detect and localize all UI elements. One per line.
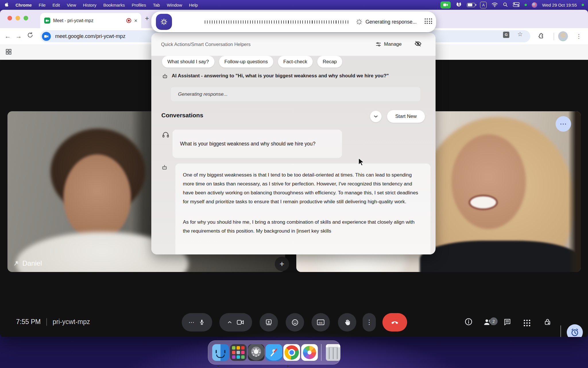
reload-button[interactable] (27, 32, 33, 40)
camera-button[interactable] (219, 313, 252, 331)
dock-finder-icon[interactable] (212, 344, 229, 361)
camera-icon (237, 319, 244, 325)
menu-window[interactable]: Window (167, 3, 182, 7)
host-controls-button[interactable] (543, 318, 552, 327)
menu-bar-clock[interactable]: Wed 29 Oct 19:55 (542, 3, 577, 7)
pill-status-text: Generating response... (365, 12, 417, 32)
dock-launchpad-icon[interactable] (230, 344, 247, 361)
extensions-puzzle-icon[interactable] (537, 33, 544, 41)
forward-button[interactable]: → (16, 32, 22, 40)
menu-file[interactable]: File (39, 3, 46, 7)
browser-tab[interactable]: Meet - pri-ycwt-mpz × (40, 13, 141, 28)
people-count-badge: 2 (490, 317, 498, 325)
reactions-button[interactable] (286, 313, 304, 331)
emoji-icon (291, 319, 299, 326)
chip-fact-check[interactable]: Fact-check (278, 56, 313, 68)
bookmark-star-icon[interactable]: ☆ (517, 31, 523, 38)
assistant-logo[interactable] (156, 14, 172, 30)
ai-answer-bubble[interactable]: One of my biggest weaknesses is that I t… (175, 163, 431, 254)
person-face (63, 154, 131, 241)
robot-icon (162, 73, 168, 79)
participant-name-tag: Daniel (14, 259, 42, 267)
conversations-header: Conversations Start New (151, 108, 436, 126)
hide-panel-icon[interactable] (414, 40, 422, 49)
tile-more-button[interactable]: ⋯ (556, 116, 571, 132)
menu-history[interactable]: History (83, 3, 96, 7)
mic-button[interactable]: ⋯ (182, 313, 212, 331)
screen-recording-camera-icon[interactable] (440, 1, 451, 9)
info-icon (464, 317, 473, 326)
menu-app-name[interactable]: Chrome (16, 3, 32, 7)
dock-photos-icon[interactable] (301, 344, 318, 361)
new-tab-button[interactable]: + (145, 15, 149, 22)
finder-running-dot (218, 365, 219, 367)
window-minimize-button[interactable] (16, 16, 20, 20)
site-camera-icon (42, 32, 51, 41)
menu-view[interactable]: View (67, 3, 76, 7)
url-text: meet.google.com/pri-ycwt-mpz (55, 33, 125, 39)
dock-trash-icon[interactable] (326, 344, 340, 361)
battery-icon[interactable] (467, 3, 475, 7)
menu-profiles[interactable]: Profiles (132, 3, 146, 7)
wifi-icon[interactable] (492, 2, 498, 8)
siri-icon[interactable] (532, 2, 537, 8)
control-center-icon[interactable] (513, 2, 520, 8)
chip-recap[interactable]: Recap (317, 56, 342, 68)
manage-button[interactable]: Manage (376, 33, 402, 56)
window-close-button[interactable] (7, 16, 12, 20)
person-face (451, 134, 526, 229)
menu-help[interactable]: Help (189, 3, 198, 7)
chip-what-should-i-say[interactable]: What should I say? (162, 56, 214, 68)
door-frame (568, 111, 581, 272)
tab-close-icon[interactable]: × (134, 18, 137, 23)
start-new-button[interactable]: Start New (387, 110, 425, 123)
conversations-collapse-button[interactable] (370, 111, 382, 122)
person-dark-top (420, 241, 581, 272)
dock-chrome-icon[interactable] (283, 344, 300, 361)
profile-avatar[interactable] (558, 31, 568, 41)
dock-safari-icon[interactable] (266, 344, 282, 361)
heard-question-bubble[interactable]: What is your biggest weakness and why sh… (172, 129, 342, 158)
camera-options-chevron-icon[interactable] (227, 321, 232, 324)
mic-icon (198, 319, 205, 326)
captions-button[interactable]: CC (312, 313, 330, 331)
layout-grid-icon[interactable] (5, 48, 12, 56)
cat-app-menu-icon[interactable]: S (456, 2, 462, 8)
translate-icon[interactable]: G (503, 32, 509, 38)
alarm-clock-icon (570, 328, 579, 337)
meeting-time: 7:55 PM (16, 318, 41, 326)
back-button[interactable]: ← (5, 32, 11, 40)
apple-menu-icon[interactable] (4, 2, 9, 8)
camera-active-dot (525, 4, 527, 6)
drag-grid-icon[interactable] (425, 18, 432, 24)
assistant-status-pill[interactable]: Generating response... (151, 12, 436, 32)
meeting-details-button[interactable] (464, 317, 473, 327)
chip-follow-up-questions[interactable]: Follow-up questions (219, 56, 273, 68)
more-options-button[interactable]: ⋮ (363, 313, 376, 331)
info-divider (47, 318, 47, 326)
meet-favicon (44, 18, 50, 24)
answer-paragraph-2: As for why you should hire me, I bring a… (183, 218, 419, 235)
menu-bookmarks[interactable]: Bookmarks (103, 3, 125, 7)
activities-button[interactable] (524, 320, 530, 326)
raise-hand-button[interactable] (338, 313, 356, 331)
assistant-answering-line: AI Assistant - answering to "Hi, what is… (162, 73, 426, 79)
end-call-button[interactable] (382, 313, 407, 331)
tile-add-pin-button[interactable]: + (275, 257, 289, 271)
generating-text: Generating response... (178, 91, 228, 97)
spotlight-search-icon[interactable] (503, 2, 508, 8)
more-options-icon: ⋮ (366, 319, 372, 325)
answering-text: AI Assistant - answering to "Hi, what is… (172, 73, 389, 79)
present-button[interactable] (260, 313, 278, 331)
dock (208, 340, 341, 365)
mic-active-dot (582, 4, 584, 6)
mic-options-icon[interactable]: ⋯ (189, 319, 194, 325)
lock-person-icon (543, 318, 552, 326)
dock-settings-icon[interactable] (248, 344, 264, 361)
menu-tab[interactable]: Tab (153, 3, 160, 7)
browser-menu-icon[interactable]: ⋮ (576, 32, 582, 40)
window-zoom-button[interactable] (24, 16, 28, 20)
menu-edit[interactable]: Edit (53, 3, 60, 7)
input-source-icon[interactable]: A (480, 2, 487, 8)
chat-button[interactable] (503, 318, 512, 327)
